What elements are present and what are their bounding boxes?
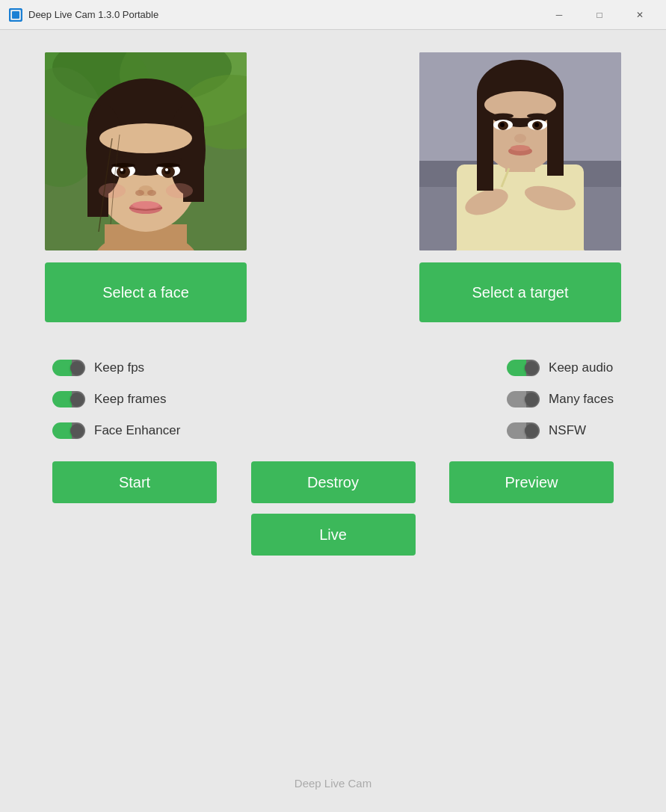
face-image-box <box>45 52 247 250</box>
svg-point-25 <box>120 168 123 171</box>
select-face-button[interactable]: Select a face <box>45 262 247 322</box>
keep-fps-row[interactable]: Keep fps <box>52 360 180 376</box>
svg-point-30 <box>135 190 144 196</box>
svg-point-27 <box>111 163 135 167</box>
svg-point-60 <box>511 145 530 151</box>
svg-point-51 <box>527 114 548 119</box>
destroy-button[interactable]: Destroy <box>251 461 416 503</box>
keep-audio-toggle[interactable] <box>507 360 540 376</box>
footer-text: Deep Live Cam <box>295 777 371 790</box>
svg-point-57 <box>534 123 539 127</box>
svg-point-18 <box>155 156 182 162</box>
svg-point-31 <box>147 190 156 196</box>
svg-point-17 <box>110 156 137 162</box>
live-button[interactable]: Live <box>251 514 416 556</box>
svg-point-26 <box>165 168 168 171</box>
window-title: Deep Live Cam 1.3.0 Portable <box>28 9 542 20</box>
minimize-button[interactable]: ─ <box>542 3 576 27</box>
title-bar: Deep Live Cam 1.3.0 Portable ─ □ ✕ <box>0 0 666 30</box>
keep-audio-label: Keep audio <box>549 360 613 375</box>
svg-point-35 <box>166 183 193 198</box>
footer: Deep Live Cam <box>0 777 666 790</box>
svg-point-49 <box>484 91 556 118</box>
keep-audio-row[interactable]: Keep audio <box>507 360 614 376</box>
face-enhancer-label: Face Enhancer <box>94 423 180 438</box>
face-panel: Select a face <box>45 52 247 322</box>
toggles-section: Keep fps Keep frames Face Enhancer <box>45 360 621 439</box>
action-buttons: Start Destroy Preview <box>45 461 621 503</box>
many-faces-row[interactable]: Many faces <box>507 391 614 407</box>
svg-point-58 <box>514 134 526 143</box>
keep-frames-row[interactable]: Keep frames <box>52 391 180 407</box>
right-toggles: Keep audio Many faces NSFW <box>507 360 614 439</box>
target-image-box <box>419 52 621 250</box>
nsfw-toggle[interactable] <box>507 422 540 439</box>
keep-fps-label: Keep fps <box>94 360 144 375</box>
svg-point-33 <box>132 201 159 209</box>
target-panel: Select a target <box>419 52 621 322</box>
keep-fps-toggle[interactable] <box>52 360 85 376</box>
face-enhancer-row[interactable]: Face Enhancer <box>52 422 180 439</box>
nsfw-row[interactable]: NSFW <box>507 422 614 439</box>
keep-frames-label: Keep frames <box>94 392 166 407</box>
many-faces-toggle[interactable] <box>507 391 540 407</box>
keep-frames-toggle[interactable] <box>52 391 85 407</box>
face-enhancer-toggle[interactable] <box>52 422 85 439</box>
svg-point-50 <box>493 114 514 119</box>
svg-rect-1 <box>12 11 19 19</box>
svg-point-28 <box>156 163 180 167</box>
maximize-button[interactable]: □ <box>582 3 617 27</box>
images-row: Select a face <box>45 52 621 322</box>
preview-button[interactable]: Preview <box>449 461 614 503</box>
many-faces-label: Many faces <box>549 392 614 407</box>
start-button[interactable]: Start <box>52 461 217 503</box>
close-button[interactable]: ✕ <box>623 3 657 27</box>
live-row: Live <box>45 514 621 556</box>
window-controls: ─ □ ✕ <box>542 3 657 27</box>
svg-point-16 <box>99 123 192 153</box>
app-icon <box>9 8 22 22</box>
select-target-button[interactable]: Select a target <box>419 262 621 322</box>
left-toggles: Keep fps Keep frames Face Enhancer <box>52 360 180 439</box>
svg-point-34 <box>99 183 126 198</box>
nsfw-label: NSFW <box>549 423 586 438</box>
main-content: Select a face <box>0 30 666 578</box>
svg-point-56 <box>500 123 505 127</box>
